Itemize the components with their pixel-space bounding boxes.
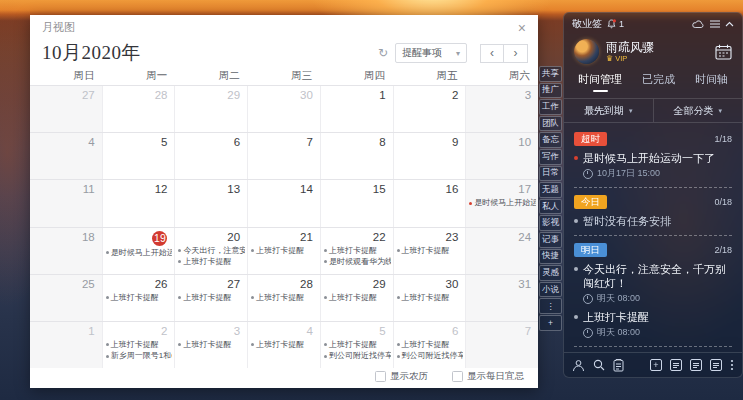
calendar-event[interactable]: 上班打卡提醒 <box>324 292 391 304</box>
more-icon[interactable] <box>730 359 734 371</box>
category-chip[interactable]: 小说 <box>539 282 562 298</box>
calendar-event[interactable]: 上班打卡提醒 <box>251 245 318 257</box>
day-cell[interactable]: 20今天出行，注意安···上班打卡提醒 <box>174 228 247 274</box>
calendar-event[interactable]: 新乡周一限号1和6··· <box>106 350 173 362</box>
day-cell[interactable]: 1 <box>320 86 393 132</box>
day-cell[interactable]: 24 <box>465 228 538 274</box>
day-cell[interactable]: 29上班打卡提醒 <box>320 275 393 321</box>
app-shortcut-icon[interactable] <box>710 359 722 371</box>
close-icon[interactable]: × <box>518 21 526 35</box>
calendar-event[interactable]: 上班打卡提醒 <box>251 339 318 351</box>
account-icon[interactable] <box>572 359 585 372</box>
show-daily-checkbox[interactable]: 显示每日宜忌 <box>452 370 524 383</box>
calendar-event[interactable]: 上班打卡提醒 <box>397 292 464 304</box>
day-cell[interactable]: 26上班打卡提醒 <box>102 275 175 321</box>
day-cell[interactable]: 6 <box>174 133 247 179</box>
calendar-event[interactable]: 上班打卡提醒 <box>251 292 318 304</box>
cloud-sync-icon[interactable] <box>692 20 705 29</box>
calendar-event[interactable]: 上班打卡提醒 <box>324 245 391 257</box>
day-cell[interactable]: 27上班打卡提醒 <box>174 275 247 321</box>
prev-month-button[interactable]: ‹ <box>480 44 504 63</box>
day-cell[interactable]: 29 <box>174 86 247 132</box>
calendar-event[interactable]: 上班打卡提醒 <box>106 292 173 304</box>
day-cell[interactable]: 17是时候马上开始运··· <box>465 180 538 226</box>
reminder-type-select[interactable]: 提醒事项 ▾ <box>395 43 467 63</box>
category-chip[interactable]: 快捷 <box>539 249 562 265</box>
day-cell[interactable]: 13 <box>174 180 247 226</box>
search-icon[interactable] <box>593 359 605 371</box>
tab-时间轴[interactable]: 时间轴 <box>695 72 728 94</box>
day-cell[interactable]: 30上班打卡提醒 <box>393 275 466 321</box>
add-note-icon[interactable]: + <box>650 359 662 371</box>
day-cell[interactable]: 7 <box>465 322 538 368</box>
refresh-icon[interactable]: ↻ <box>378 46 388 60</box>
category-chip[interactable]: 共享 <box>539 66 562 82</box>
task-item[interactable]: 今天出行，注意安全，千万别闯红灯！ <box>574 262 732 290</box>
day-cell[interactable]: 30 <box>247 86 320 132</box>
day-cell[interactable]: 5 <box>102 133 175 179</box>
calendar-event[interactable]: 上班打卡提醒 <box>397 245 464 257</box>
calendar-event[interactable]: 上班打卡提醒 <box>324 339 391 351</box>
avatar[interactable] <box>574 39 599 64</box>
day-cell[interactable]: 28上班打卡提醒 <box>247 275 320 321</box>
calendar-event[interactable]: 到公司附近找停车··· <box>324 350 391 362</box>
category-chip[interactable]: 私人 <box>539 199 562 215</box>
log-icon[interactable] <box>613 359 624 372</box>
next-month-button[interactable]: › <box>504 44 528 63</box>
calendar-event[interactable]: 今天出行，注意安··· <box>178 245 245 257</box>
day-cell[interactable]: 14 <box>247 180 320 226</box>
day-cell[interactable]: 5上班打卡提醒到公司附近找停车··· <box>320 322 393 368</box>
calendar-event[interactable]: 是时候马上开始运··· <box>469 197 536 209</box>
category-chip[interactable]: 推广 <box>539 83 562 99</box>
day-cell[interactable]: 7 <box>247 133 320 179</box>
day-cell[interactable]: 9 <box>393 133 466 179</box>
task-item[interactable]: 上班打卡提醒 <box>574 310 732 324</box>
day-cell[interactable]: 10 <box>465 133 538 179</box>
day-cell[interactable]: 12 <box>102 180 175 226</box>
day-cell[interactable]: 28 <box>102 86 175 132</box>
calendar-event[interactable]: 上班打卡提醒 <box>178 339 245 351</box>
calendar-event[interactable]: 是时候观看华为线··· <box>324 256 391 268</box>
day-cell[interactable]: 15 <box>320 180 393 226</box>
menu-icon[interactable] <box>710 20 720 28</box>
category-chip[interactable]: 无题 <box>539 182 562 198</box>
category-chip[interactable]: + <box>539 315 562 331</box>
day-cell[interactable]: 25 <box>30 275 102 321</box>
day-cell[interactable]: 8 <box>320 133 393 179</box>
day-cell[interactable]: 6上班打卡提醒到公司附近找停车··· <box>393 322 466 368</box>
day-cell[interactable]: 22上班打卡提醒是时候观看华为线··· <box>320 228 393 274</box>
calendar-event[interactable]: 到公司附近找停车··· <box>397 350 464 362</box>
day-cell[interactable]: 2上班打卡提醒新乡周一限号1和6··· <box>102 322 175 368</box>
collapse-icon[interactable] <box>725 21 734 27</box>
app-shortcut-icon[interactable] <box>670 359 682 371</box>
day-cell[interactable]: 27 <box>30 86 102 132</box>
day-cell[interactable]: 23上班打卡提醒 <box>393 228 466 274</box>
calendar-event[interactable]: 是时候马上开始运··· <box>106 247 173 259</box>
tab-已完成[interactable]: 已完成 <box>642 72 675 94</box>
category-chip[interactable]: 灵感 <box>539 265 562 281</box>
calendar-event[interactable]: 上班打卡提醒 <box>178 256 245 268</box>
day-cell[interactable]: 1 <box>30 322 102 368</box>
calendar-event[interactable]: 上班打卡提醒 <box>178 292 245 304</box>
category-dropdown[interactable]: 全部分类 ▾ <box>653 99 743 122</box>
category-chip[interactable]: 影视 <box>539 215 562 231</box>
day-cell[interactable]: 31 <box>465 275 538 321</box>
bell-icon[interactable] <box>607 19 616 29</box>
app-shortcut-icon[interactable] <box>690 359 702 371</box>
tab-时间管理[interactable]: 时间管理 <box>578 72 622 94</box>
day-cell[interactable]: 21上班打卡提醒 <box>247 228 320 274</box>
day-cell[interactable]: 11 <box>30 180 102 226</box>
category-chip[interactable]: 备忘 <box>539 132 562 148</box>
day-cell[interactable]: 4上班打卡提醒 <box>247 322 320 368</box>
category-chip[interactable]: 团队 <box>539 116 562 132</box>
category-chip[interactable]: 写作 <box>539 149 562 165</box>
day-cell[interactable]: 3上班打卡提醒 <box>174 322 247 368</box>
day-cell[interactable]: 16 <box>393 180 466 226</box>
day-cell[interactable]: 19是时候马上开始运··· <box>102 228 175 274</box>
category-chip[interactable]: 工作 <box>539 99 562 115</box>
calendar-icon[interactable] <box>715 44 732 60</box>
day-cell[interactable]: 4 <box>30 133 102 179</box>
calendar-event[interactable]: 上班打卡提醒 <box>106 339 173 351</box>
day-cell[interactable]: 3 <box>465 86 538 132</box>
sort-dropdown[interactable]: 最先到期 ▾ <box>564 99 653 122</box>
